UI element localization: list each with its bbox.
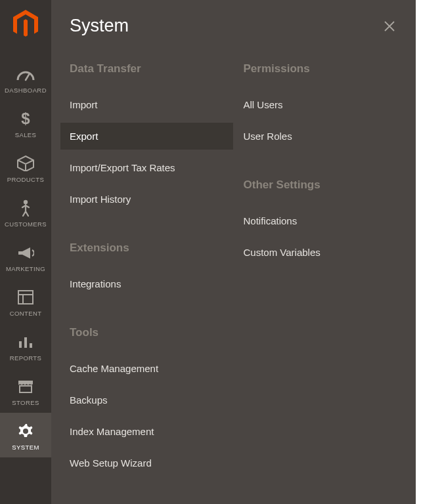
menu-item-cache-management[interactable]: Cache Management <box>60 355 233 382</box>
nav-item-customers[interactable]: CUSTOMERS <box>0 190 51 234</box>
menu-item-custom-variables[interactable]: Custom Variables <box>234 239 407 266</box>
nav-item-label: STORES <box>12 399 39 406</box>
nav-item-label: DASHBOARD <box>5 87 47 94</box>
flyout-column: PermissionsAll UsersUser RolesOther Sett… <box>244 62 398 504</box>
close-button[interactable] <box>382 18 397 34</box>
left-sidebar: DASHBOARD$SALESPRODUCTSCUSTOMERSMARKETIN… <box>0 0 51 504</box>
nav-item-reports[interactable]: REPORTS <box>0 324 51 368</box>
menu-group: Data TransferImportExportImport/Export T… <box>70 62 224 213</box>
svg-rect-9 <box>20 386 32 392</box>
magento-logo[interactable] <box>12 9 39 39</box>
menu-group: Other SettingsNotificationsCustom Variab… <box>244 178 398 266</box>
menu-group-title: Other Settings <box>244 178 398 192</box>
nav-item-sales[interactable]: $SALES <box>0 100 51 145</box>
menu-group: ToolsCache ManagementBackupsIndex Manage… <box>70 326 224 476</box>
system-flyout: System Data TransferImportExportImport/E… <box>51 0 416 504</box>
menu-item-import-export-tax-rates[interactable]: Import/Export Tax Rates <box>60 154 233 181</box>
menu-item-index-management[interactable]: Index Management <box>60 418 233 445</box>
gauge-icon <box>16 65 35 83</box>
nav-item-label: CONTENT <box>10 310 42 317</box>
svg-rect-8 <box>30 343 32 348</box>
menu-item-backups[interactable]: Backups <box>60 387 233 413</box>
menu-item-import[interactable]: Import <box>60 91 233 118</box>
menu-item-notifications[interactable]: Notifications <box>234 207 407 234</box>
menu-item-user-roles[interactable]: User Roles <box>234 123 407 150</box>
svg-rect-7 <box>24 337 27 348</box>
nav-item-label: MARKETING <box>6 265 45 272</box>
nav-item-label: PRODUCTS <box>7 176 45 183</box>
flyout-title: System <box>70 16 129 36</box>
menu-group: ExtensionsIntegrations <box>70 242 224 297</box>
content-edge <box>416 0 421 504</box>
menu-item-all-users[interactable]: All Users <box>234 91 407 118</box>
megaphone-icon <box>17 243 34 262</box>
nav-item-products[interactable]: PRODUCTS <box>0 145 51 190</box>
layout-icon <box>18 288 33 306</box>
svg-text:$: $ <box>21 110 30 127</box>
nav-item-label: SALES <box>15 131 37 138</box>
nav-item-label: CUSTOMERS <box>5 220 47 228</box>
nav-item-content[interactable]: CONTENT <box>0 279 51 324</box>
nav-item-system[interactable]: SYSTEM <box>0 413 51 457</box>
menu-group-title: Extensions <box>70 242 224 255</box>
menu-item-import-history[interactable]: Import History <box>60 186 233 213</box>
nav-item-stores[interactable]: STORES <box>0 368 51 413</box>
menu-group-title: Permissions <box>244 62 398 75</box>
svg-rect-6 <box>19 341 22 348</box>
close-icon <box>383 20 396 33</box>
menu-item-web-setup-wizard[interactable]: Web Setup Wizard <box>60 450 233 476</box>
menu-group-title: Tools <box>70 326 224 339</box>
svg-point-2 <box>24 200 28 204</box>
menu-group: PermissionsAll UsersUser Roles <box>244 62 398 150</box>
svg-rect-3 <box>18 291 33 304</box>
nav-item-marketing[interactable]: MARKETING <box>0 234 51 279</box>
svg-line-0 <box>26 74 30 80</box>
gear-icon <box>18 422 33 440</box>
nav-item-label: SYSTEM <box>12 444 39 451</box>
person-icon <box>21 199 30 217</box>
dollar-icon: $ <box>20 110 32 128</box>
storefront-icon <box>17 377 34 396</box>
nav-item-dashboard[interactable]: DASHBOARD <box>0 56 51 100</box>
flyout-column: Data TransferImportExportImport/Export T… <box>70 62 224 504</box>
menu-group-title: Data Transfer <box>70 62 224 75</box>
bars-icon <box>18 333 33 351</box>
menu-item-export[interactable]: Export <box>60 123 233 150</box>
nav-item-label: REPORTS <box>10 354 42 362</box>
box-icon <box>17 154 34 173</box>
menu-item-integrations[interactable]: Integrations <box>60 270 233 297</box>
